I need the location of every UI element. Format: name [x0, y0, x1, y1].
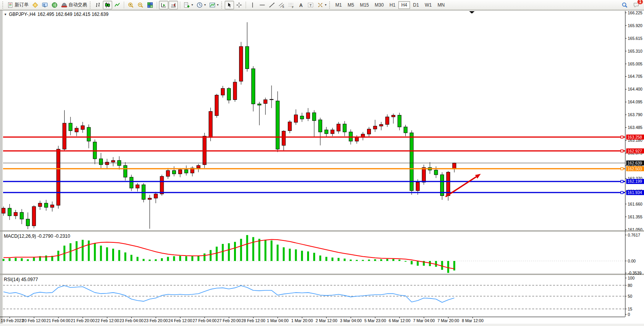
timeframe-m30-button[interactable]: M30 — [372, 1, 386, 9]
arrows-button[interactable]: ▾ — [316, 1, 328, 9]
level-line-anchor[interactable] — [621, 168, 623, 170]
macd-histogram-bar — [319, 256, 321, 261]
macd-histogram-bar — [15, 258, 17, 261]
text-label-button[interactable]: T — [306, 1, 315, 9]
candle-body — [392, 115, 395, 117]
macd-histogram-bar — [191, 256, 193, 261]
zoom-in-button[interactable] — [126, 1, 135, 9]
price-tick-label: 163.485 — [628, 125, 642, 130]
chart-window[interactable]: 166.225165.920165.615165.310165.005164.7… — [0, 10, 644, 326]
macd-histogram-bar — [307, 251, 309, 261]
candle-body — [319, 120, 322, 132]
price-line-badge-label: 162.199 — [627, 179, 642, 184]
timeframe-w1-button[interactable]: W1 — [422, 1, 434, 9]
level-line-anchor[interactable] — [621, 191, 623, 194]
profiles-button[interactable] — [31, 1, 40, 9]
macd-histogram-bar — [234, 242, 236, 261]
macd-histogram-bar — [203, 254, 205, 261]
candle-body — [233, 82, 237, 100]
toolbar-separator — [246, 2, 246, 9]
indicators-button[interactable]: ▾ — [182, 1, 195, 9]
chart-canvas[interactable]: 166.225165.920165.615165.310165.005164.7… — [0, 10, 644, 326]
macd-histogram-bar — [338, 258, 340, 261]
candle-body — [373, 126, 377, 129]
macd-histogram-bar — [252, 237, 254, 261]
fibonacci-button[interactable]: F — [287, 1, 296, 9]
tile-windows-button[interactable] — [145, 1, 155, 9]
trendline-button[interactable] — [267, 1, 277, 9]
navigator-icon — [42, 2, 48, 8]
toolbar-separator — [157, 2, 157, 9]
candle-body — [63, 123, 66, 149]
macd-histogram-bar — [368, 259, 370, 261]
candle-body — [422, 168, 425, 182]
vertical-line-button[interactable] — [248, 1, 257, 9]
auto-scroll-button[interactable] — [159, 1, 168, 9]
navigator-button[interactable] — [40, 1, 50, 9]
price-tick-label: 164.705 — [628, 74, 642, 79]
timeframe-m5-button[interactable]: M5 — [345, 1, 357, 9]
zoom-out-button[interactable] — [136, 1, 145, 9]
toolbar-grip — [90, 2, 91, 9]
macd-histogram-bar — [386, 259, 388, 261]
macd-indicator-label: MACD(12,26,9) -0.2790 -0.2310 — [4, 233, 70, 239]
timeframe-m15-button[interactable]: M15 — [357, 1, 371, 9]
timeframe-mn-button[interactable]: MN — [435, 1, 448, 9]
bar-chart-button[interactable] — [93, 1, 102, 9]
line-icon — [114, 2, 120, 8]
dropdown-caret-icon[interactable]: ▾ — [204, 3, 206, 7]
signals-icon — [51, 2, 58, 8]
horizontal-line-button[interactable] — [258, 1, 267, 9]
templates-button[interactable]: ▾ — [208, 1, 220, 9]
level-line-anchor[interactable] — [621, 150, 623, 152]
toolbar-separator — [124, 2, 124, 9]
trend-icon — [269, 2, 275, 8]
crosshair-button[interactable] — [234, 1, 244, 9]
text-button[interactable]: A — [296, 1, 306, 9]
macd-histogram-bar — [331, 257, 333, 261]
fibo-icon: F — [288, 2, 294, 8]
price-tick-label: 165.920 — [628, 23, 642, 28]
level-line-anchor[interactable] — [621, 180, 623, 183]
line-chart-button[interactable] — [113, 1, 122, 9]
dropdown-caret-icon[interactable]: ▾ — [191, 3, 193, 7]
cursor-button[interactable] — [225, 1, 234, 9]
time-axis-label: 6 Mar 12:00 — [389, 318, 410, 323]
zoom-in-icon — [128, 2, 134, 8]
time-axis-label: 24 Feb 12:00 — [168, 318, 192, 323]
macd-histogram-bar — [313, 253, 315, 261]
channel-icon: E — [278, 2, 285, 8]
search-button[interactable] — [620, 1, 629, 9]
equidistant-channel-button[interactable]: E — [277, 1, 286, 9]
timeframe-h1-button[interactable]: H1 — [387, 1, 398, 9]
autotrading-button[interactable]: 自动交易 — [60, 1, 89, 9]
dropdown-caret-icon[interactable]: ▾ — [325, 3, 326, 7]
macd-histogram-bar — [125, 252, 126, 261]
signals-button[interactable] — [50, 1, 59, 9]
macd-histogram-bar — [106, 247, 108, 261]
macd-histogram-bar — [161, 258, 163, 261]
candle-body — [8, 208, 11, 216]
candlestick-chart-button[interactable] — [103, 1, 112, 9]
candle-body — [282, 131, 285, 146]
macd-histogram-bar — [21, 258, 23, 261]
periods-button[interactable]: ▾ — [195, 1, 207, 9]
chart-menu-icon[interactable]: ▼ — [4, 13, 7, 16]
template-icon — [209, 2, 215, 8]
macd-histogram-bar — [265, 240, 266, 261]
candle-body — [355, 137, 359, 141]
time-axis-label: 22 Feb 12:00 — [95, 318, 119, 323]
bottom-margin — [0, 324, 644, 326]
chart-shift-button[interactable] — [169, 1, 178, 9]
level-line-anchor[interactable] — [621, 136, 623, 138]
price-tick-label: 166.225 — [628, 10, 642, 15]
new-order-button[interactable]: 新订单 — [6, 1, 30, 9]
candle-body — [221, 88, 225, 95]
macd-histogram-bar — [45, 256, 47, 261]
dropdown-caret-icon[interactable]: ▾ — [217, 3, 219, 7]
main-toolbar: 新订单自动交易▾▾▾EFAT▾M1M5M15M30H1H4D1W1MN1 — [0, 0, 644, 10]
timeframe-h4-button[interactable]: H4 — [398, 1, 410, 9]
candle-body — [379, 124, 383, 126]
timeframe-d1-button[interactable]: D1 — [410, 1, 422, 9]
timeframe-m1-button[interactable]: M1 — [333, 1, 345, 9]
